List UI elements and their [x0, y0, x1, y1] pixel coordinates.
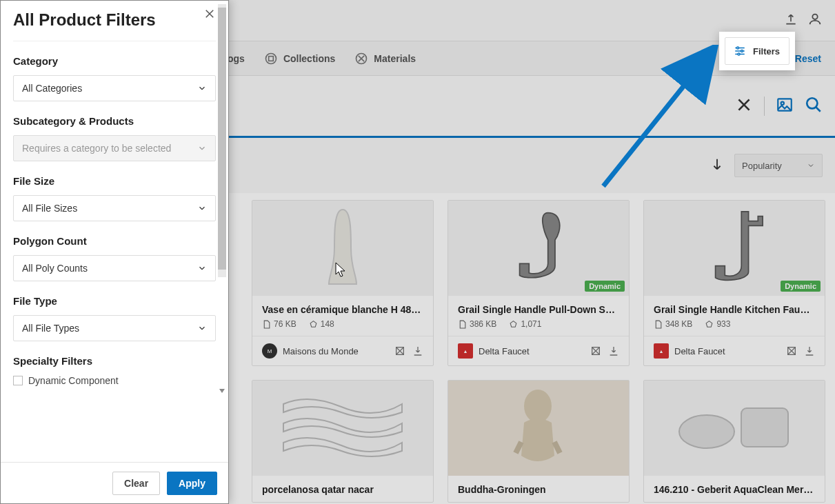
filters-sidebar: All Product Filters Category All Categor…: [0, 0, 229, 504]
search-icon[interactable]: [805, 96, 823, 117]
polycount-select[interactable]: All Poly Counts: [13, 255, 216, 281]
svg-point-10: [524, 390, 552, 423]
svg-rect-1: [265, 53, 276, 63]
svg-rect-12: [741, 408, 788, 447]
product-card[interactable]: Dynamic Grail Single Handle Kitchen Fauc…: [643, 200, 825, 366]
tab-catalogs[interactable]: ogs: [228, 53, 245, 64]
tab-label: Materials: [374, 53, 416, 64]
section-category: Category All Categories: [1, 55, 228, 115]
section-filesize: File Size All File Sizes: [1, 175, 228, 235]
tab-materials[interactable]: Materials: [354, 52, 416, 65]
filetype-select[interactable]: All File Types: [13, 315, 216, 341]
image-view-icon[interactable]: [776, 96, 794, 117]
chevron-down-icon: [197, 323, 207, 333]
category-select[interactable]: All Categories: [13, 75, 216, 101]
apply-button[interactable]: Apply: [167, 472, 217, 495]
card-title: porcelanosa qatar nacar: [252, 476, 433, 502]
filesize-select[interactable]: All File Sizes: [13, 195, 216, 221]
card-thumbnail: Dynamic: [644, 201, 825, 296]
dynamic-badge: Dynamic: [585, 281, 625, 292]
brand-name: Delta Faucet: [674, 346, 725, 356]
dynamic-badge: Dynamic: [781, 281, 821, 292]
polygon-icon: [705, 320, 714, 329]
download-icon[interactable]: [412, 345, 423, 356]
card-title: Grail Single Handle Pull-Down Spray …: [448, 296, 629, 319]
sidebar-footer: Clear Apply: [1, 462, 228, 503]
select-value: All Categories: [22, 83, 82, 94]
user-icon[interactable]: [807, 12, 823, 30]
sort-select[interactable]: Popularity: [734, 154, 823, 177]
card-meta: 386 KB 1,071: [448, 319, 629, 336]
download-icon[interactable]: [608, 345, 619, 356]
clear-search-icon[interactable]: [735, 96, 753, 117]
section-label: Category: [13, 55, 216, 67]
svg-point-15: [738, 53, 740, 55]
polygon-icon: [309, 320, 318, 329]
section-specialty: Specialty Filters Dynamic Component: [1, 355, 228, 392]
sort-label: Popularity: [742, 161, 782, 171]
tab-label: Collections: [283, 53, 335, 64]
subcategory-select: Requires a category to be selected: [13, 135, 216, 161]
filters-button[interactable]: Filters: [725, 37, 789, 65]
card-thumbnail: [252, 381, 433, 476]
card-title: 146.210 - Geberit AquaClean Mera Co…: [644, 476, 825, 502]
close-icon[interactable]: [203, 8, 216, 23]
upload-icon[interactable]: [784, 12, 798, 29]
results-grid: Vase en céramique blanche H 48 cm … 76 K…: [252, 200, 827, 504]
poly-count: 148: [321, 319, 334, 329]
card-thumbnail: Dynamic: [448, 201, 629, 296]
svg-point-13: [737, 47, 739, 49]
file-size: 386 KB: [470, 319, 496, 329]
brand-logo: ▲: [654, 343, 669, 359]
polygon-icon: [509, 320, 518, 329]
clear-button[interactable]: Clear: [112, 472, 160, 495]
product-card[interactable]: Buddha-Groningen: [447, 380, 630, 503]
brand-name: Delta Faucet: [479, 346, 530, 356]
poly-count: 1,071: [521, 319, 541, 329]
svg-point-0: [812, 14, 817, 19]
svg-point-6: [807, 98, 817, 108]
file-size: 348 KB: [665, 319, 692, 329]
brand-logo: ▲: [458, 343, 473, 359]
checkbox-icon[interactable]: [13, 376, 23, 385]
section-filetype: File Type All File Types: [1, 295, 228, 355]
file-size: 76 KB: [274, 319, 296, 329]
filters-label: Filters: [753, 46, 780, 57]
tab-label: ogs: [228, 53, 245, 64]
divider: [13, 41, 216, 41]
section-label: File Type: [13, 295, 216, 307]
configure-icon[interactable]: [394, 345, 405, 356]
divider: [764, 97, 765, 116]
download-icon[interactable]: [804, 345, 815, 356]
chevron-down-icon: [197, 203, 207, 213]
checkbox-label: Dynamic Component: [28, 375, 119, 386]
product-card[interactable]: Dynamic Grail Single Handle Pull-Down Sp…: [447, 200, 630, 366]
section-label: Specialty Filters: [13, 355, 216, 367]
select-value: All File Types: [22, 323, 79, 334]
chevron-down-icon: [197, 263, 207, 273]
filters-popover: Filters: [719, 32, 795, 70]
svg-point-14: [741, 50, 743, 52]
chevron-down-icon: [197, 83, 207, 93]
tab-collections[interactable]: Collections: [264, 52, 335, 65]
scroll-down-arrow-icon[interactable]: [218, 387, 226, 395]
sort-direction-icon[interactable]: [710, 157, 725, 174]
select-value: All Poly Counts: [22, 263, 88, 274]
configure-icon[interactable]: [786, 345, 797, 356]
product-card[interactable]: porcelanosa qatar nacar: [252, 380, 434, 503]
chevron-down-icon: [807, 161, 815, 170]
file-icon: [458, 320, 467, 329]
reset-link[interactable]: Reset: [795, 53, 821, 64]
product-card[interactable]: Vase en céramique blanche H 48 cm … 76 K…: [252, 200, 434, 366]
sidebar-scrollbar-thumb[interactable]: [218, 8, 226, 270]
card-meta: 348 KB 933: [644, 319, 825, 336]
chevron-down-icon: [197, 143, 207, 153]
poly-count: 933: [716, 319, 730, 329]
sliders-icon: [734, 45, 746, 57]
svg-rect-2: [269, 56, 274, 61]
configure-icon[interactable]: [590, 345, 601, 356]
card-thumbnail: [448, 381, 629, 476]
dynamic-component-checkbox[interactable]: Dynamic Component: [13, 375, 216, 386]
brand-name: Maisons du Monde: [283, 346, 359, 356]
product-card[interactable]: 146.210 - Geberit AquaClean Mera Co…: [643, 380, 825, 503]
